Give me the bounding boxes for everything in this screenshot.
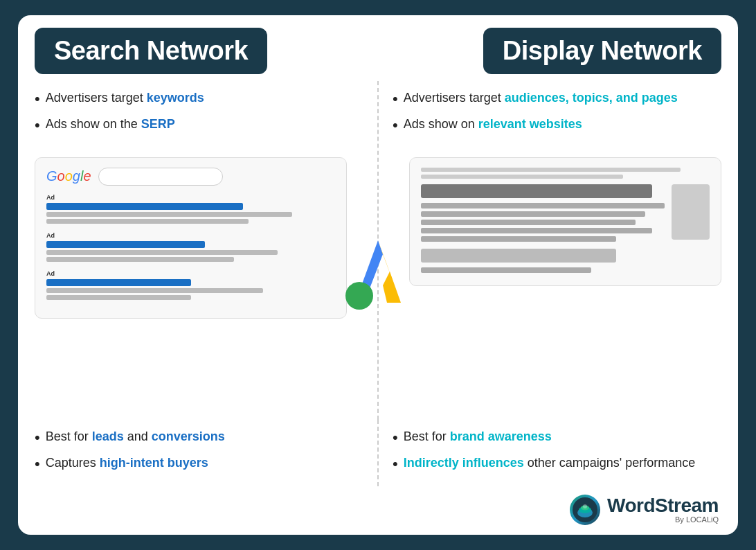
display-content-area [421, 184, 710, 276]
display-mockup [409, 157, 721, 286]
wordstream-icon [570, 495, 600, 525]
high-intent-highlight: high-intent buyers [100, 456, 208, 470]
ad-bar-gray-1 [46, 212, 292, 217]
serp-ad-2: Ad [46, 232, 335, 262]
ad-label-2: Ad [46, 232, 335, 239]
ad-label-1: Ad [46, 194, 335, 201]
search-bottom-bullet-2: Captures high-intent buyers [35, 454, 363, 475]
display-line-6 [421, 267, 592, 273]
display-header-bar [421, 184, 653, 198]
footer: WordStream By LOCALiQ [18, 492, 738, 535]
search-bottom-bullets: Best for leads and conversions Captures … [35, 420, 377, 486]
display-bottom-list: Best for brand awareness Indirectly infl… [393, 428, 721, 475]
serp-highlight: SERP [141, 117, 175, 131]
search-network-label: Search Network [54, 36, 248, 65]
search-network-column: Advertisers target keywords Ads show on … [35, 81, 377, 420]
display-network-column: Advertisers target audiences, topics, an… [377, 81, 721, 420]
wordstream-brand-name: WordStream [607, 496, 719, 515]
display-bullet-2: Ads show on relevant websites [393, 116, 721, 136]
display-top-bars [421, 168, 710, 179]
ad-bar-gray-6 [46, 295, 191, 300]
display-header-line-1 [421, 168, 681, 172]
ad-bar-gray-5 [46, 288, 263, 293]
svg-point-4 [583, 504, 587, 508]
display-bottom-bullets: Best for brand awareness Indirectly infl… [377, 420, 721, 486]
conversions-highlight: conversions [152, 429, 225, 443]
display-header-line-2 [421, 175, 623, 179]
relevant-websites-highlight: relevant websites [478, 117, 582, 131]
ad-label-3: Ad [46, 270, 335, 277]
indirectly-highlight: Indirectly influences [404, 456, 524, 470]
display-network-label: Display Network [503, 36, 702, 65]
display-line-4 [421, 228, 653, 233]
ad-bar-blue-1 [46, 203, 243, 210]
search-bottom-bullet-1: Best for leads and conversions [35, 428, 363, 449]
display-bullet-1: Advertisers target audiences, topics, an… [393, 89, 721, 110]
serp-ad-3: Ad [46, 270, 335, 300]
google-ads-logo-area [340, 230, 416, 320]
serp-search-bar [98, 168, 223, 186]
display-sidebar-ad [672, 184, 710, 240]
ad-bar-gray-4 [46, 257, 234, 262]
display-main-content [421, 184, 665, 276]
bottom-bullets-row: Best for leads and conversions Captures … [18, 420, 738, 486]
header-row: Search Network Display Network [18, 15, 738, 81]
audiences-highlight: audiences, topics, and pages [505, 91, 678, 105]
main-card: Search Network Display Network Advertise… [18, 15, 738, 535]
display-network-header: Display Network [378, 28, 721, 74]
localiq-label: By LOCALiQ [675, 515, 719, 524]
keyword-highlight: keywords [147, 91, 204, 105]
display-bottom-bullet-1: Best for brand awareness [393, 428, 721, 449]
display-line-1 [421, 203, 665, 209]
google-logo: Google [46, 168, 91, 184]
leads-highlight: leads [92, 429, 124, 443]
serp-ad-1: Ad [46, 194, 335, 224]
google-ads-logo-svg [340, 230, 416, 320]
search-bullet-2: Ads show on the SERP [35, 116, 363, 136]
display-line-3 [421, 220, 636, 225]
ad-bar-blue-2 [46, 241, 205, 248]
wordstream-text-block: WordStream By LOCALiQ [607, 496, 719, 524]
ad-bar-gray-2 [46, 219, 249, 224]
display-ad-banner [421, 249, 616, 263]
wordstream-logo-svg [573, 497, 597, 522]
ad-bar-gray-3 [46, 250, 278, 255]
search-bottom-list: Best for leads and conversions Captures … [35, 428, 363, 475]
brand-area: WordStream By LOCALiQ [570, 495, 719, 525]
display-network-badge: Display Network [483, 28, 721, 74]
search-network-header: Search Network [35, 28, 378, 74]
ad-bar-blue-3 [46, 279, 191, 286]
search-network-bullets: Advertisers target keywords Ads show on … [35, 89, 363, 142]
display-bottom-bullet-2: Indirectly influences other campaigns' p… [393, 454, 721, 475]
display-line-5 [421, 236, 616, 242]
svg-point-5 [345, 282, 373, 310]
serp-mockup: Google Ad Ad Ad [35, 157, 347, 319]
display-line-2 [421, 211, 645, 217]
brand-awareness-highlight: brand awareness [450, 429, 552, 443]
search-bullet-1: Advertisers target keywords [35, 89, 363, 110]
display-network-bullets: Advertisers target audiences, topics, an… [393, 89, 721, 142]
search-network-badge: Search Network [35, 28, 267, 74]
google-search-bar-row: Google [46, 168, 335, 186]
